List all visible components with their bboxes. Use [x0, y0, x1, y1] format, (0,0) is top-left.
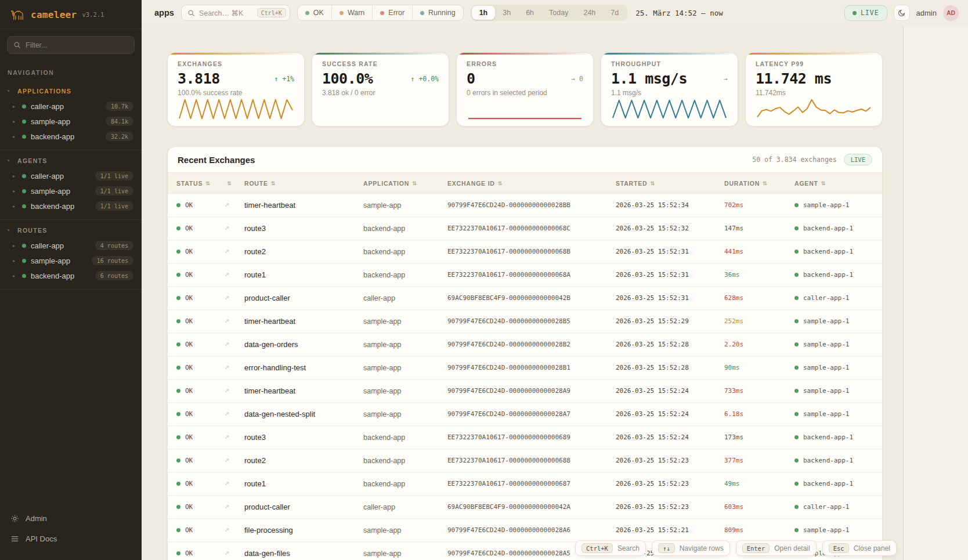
stat-card-errors[interactable]: ERRORS0→ 00 errors in selected period [456, 52, 594, 127]
sidebar-item-agents-backend-app[interactable]: ▸backend-app1/1 live [0, 198, 142, 214]
exchange-row[interactable]: OK↗timer-heartbeatsample-app90799F47E6CD… [168, 310, 882, 333]
footer-item-label: API Docs [26, 534, 57, 543]
trace-link-icon[interactable]: ↗ [224, 387, 229, 394]
app-version: v3.2.1 [82, 11, 104, 18]
stat-card-exchanges[interactable]: EXCHANGES3.818↑ +1%100.0% success rate [167, 52, 305, 127]
trace-link-icon[interactable]: ↗ [224, 271, 229, 278]
theme-toggle-button[interactable] [894, 5, 910, 21]
sidebar-item-applications-backend-app[interactable]: ▸backend-app32.2k [0, 129, 142, 144]
status-cell: OK [176, 248, 224, 255]
trace-link-icon[interactable]: ↗ [224, 317, 229, 324]
sort-icon: ⇅ [205, 180, 210, 186]
exchange-row[interactable]: OK↗data-gen-nested-splitsample-app90799F… [168, 403, 882, 426]
hint-kbd: Ctrl+K [581, 543, 613, 553]
range-button-3h[interactable]: 3h [495, 6, 518, 20]
status-text: OK [185, 271, 193, 279]
main-area: apps Search… ⌘K Ctrl+K OKWarnErrorRunnin… [142, 0, 968, 560]
column-header-route[interactable]: ROUTE⇅ [244, 180, 363, 187]
status-text: OK [185, 503, 193, 511]
exchange-row[interactable]: OK↗route3backend-appEE7322370A10617-0000… [168, 426, 882, 449]
app-logo[interactable]: cameleer v3.2.1 [0, 0, 142, 29]
column-header-status[interactable]: STATUS⇅ [176, 180, 224, 187]
column-header-application[interactable]: APPLICATION⇅ [363, 180, 447, 187]
trace-link-icon[interactable]: ↗ [224, 457, 229, 464]
column-header-trace[interactable]: ⇅ [224, 180, 244, 186]
application-cell: caller-app [363, 294, 447, 302]
trace-link-icon[interactable]: ↗ [224, 480, 229, 487]
exchange-row[interactable]: OK↗product-callercaller-app69AC90BF8EBC4… [168, 496, 882, 519]
exchange-row[interactable]: OK↗error-handling-testsample-app90799F47… [168, 356, 882, 380]
section-header-routes[interactable]: ▾ROUTES [0, 222, 142, 238]
trace-link-icon[interactable]: ↗ [224, 341, 229, 348]
trace-cell: ↗ [224, 550, 244, 557]
sidebar-item-routes-backend-app[interactable]: ▸backend-app6 routes [0, 268, 142, 283]
column-header-started[interactable]: STARTED⇅ [616, 180, 724, 187]
exchange-row[interactable]: OK↗route2backend-appEE7322370A10617-0000… [168, 449, 882, 472]
exchange-row[interactable]: OK↗timer-heartbeatsample-app90799F47E6CD… [168, 380, 882, 403]
route-cell: route2 [244, 456, 363, 465]
table-body: OK↗timer-heartbeatsample-app90799F47E6CD… [168, 194, 882, 560]
route-cell: error-handling-test [244, 363, 363, 372]
sidebar-item-routes-sample-app[interactable]: ▸sample-app16 routes [0, 253, 142, 268]
avatar[interactable]: AD [943, 5, 959, 21]
column-header-agent[interactable]: AGENT⇅ [794, 180, 873, 187]
trace-link-icon[interactable]: ↗ [224, 526, 229, 533]
exchange-id-cell: 90799F47E6CD24D-00000000000028B1 [447, 364, 616, 371]
exchange-row[interactable]: OK↗file-processingsample-app90799F47E6CD… [168, 519, 882, 542]
range-button-1h[interactable]: 1h [472, 6, 496, 20]
card-accent-bar [746, 53, 882, 55]
exchange-row[interactable]: OK↗route1backend-appEE7322370A10617-0000… [168, 263, 882, 287]
item-label: backend-app [31, 202, 74, 211]
exchange-row[interactable]: OK↗route1backend-appEE7322370A10617-0000… [168, 472, 882, 496]
stat-card-throughput[interactable]: THROUGHPUT1.1 msg/s→1.1 msg/s [601, 52, 738, 127]
column-header-exchange-id[interactable]: EXCHANGE ID⇅ [447, 180, 616, 187]
context-label: apps [154, 8, 174, 17]
footer-item-admin[interactable]: Admin [9, 510, 132, 527]
stat-card-success-rate[interactable]: SUCCESS RATE100.0%↑ +0.0%3.818 ok / 0 er… [312, 52, 449, 127]
sidebar-item-routes-caller-app[interactable]: ▸caller-app4 routes [0, 238, 142, 253]
exchange-row[interactable]: OK↗data-gen-orderssample-app90799F47E6CD… [168, 333, 882, 356]
sidebar-item-applications-sample-app[interactable]: ▸sample-app84.1k [0, 114, 142, 129]
range-button-24h[interactable]: 24h [576, 6, 603, 20]
live-toggle-button[interactable]: LIVE [844, 5, 887, 21]
trace-link-icon[interactable]: ↗ [224, 364, 229, 371]
column-header-duration[interactable]: DURATION⇅ [724, 180, 794, 187]
trace-link-icon[interactable]: ↗ [224, 294, 229, 301]
sidebar-filter-input[interactable]: Filter... [7, 36, 135, 54]
sidebar-item-agents-sample-app[interactable]: ▸sample-app1/1 live [0, 183, 142, 198]
trace-link-icon[interactable]: ↗ [224, 248, 229, 255]
section-header-agents[interactable]: ▾AGENTS [0, 153, 142, 168]
sidebar-item-agents-caller-app[interactable]: ▸caller-app1/1 live [0, 168, 142, 183]
status-filter-warn[interactable]: Warn [331, 5, 372, 20]
trace-link-icon[interactable]: ↗ [224, 201, 229, 208]
exchange-row[interactable]: OK↗route2backend-appEE7322370A10617-0000… [168, 240, 882, 263]
footer-item-api-docs[interactable]: API Docs [9, 530, 132, 547]
status-filter-error[interactable]: Error [372, 5, 412, 20]
sidebar-item-applications-caller-app[interactable]: ▸caller-app10.7k [0, 99, 142, 114]
trace-link-icon[interactable]: ↗ [224, 225, 229, 232]
section-header-applications[interactable]: ▾APPLICATIONS [0, 83, 142, 99]
trace-link-icon[interactable]: ↗ [224, 503, 229, 510]
trace-link-icon[interactable]: ↗ [224, 410, 229, 417]
exchange-row[interactable]: OK↗route3backend-appEE7322370A10617-0000… [168, 217, 882, 240]
trace-link-icon[interactable]: ↗ [224, 433, 229, 440]
time-range-text[interactable]: 25. März 14:52 — now [635, 9, 723, 17]
range-button-6h[interactable]: 6h [518, 6, 541, 20]
filter-search-icon [13, 41, 21, 49]
card-title: ERRORS [467, 60, 583, 67]
ok-status-dot [176, 203, 180, 207]
application-cell: caller-app [363, 503, 447, 511]
search-input[interactable]: Search… ⌘K Ctrl+K [181, 5, 290, 21]
stat-card-latency-p99[interactable]: LATENCY P9911.742 ms11.742ms [745, 52, 883, 127]
status-cell: OK [176, 433, 224, 441]
exchange-row[interactable]: OK↗timer-heartbeatsample-app90799F47E6CD… [168, 194, 882, 217]
status-dot [22, 120, 26, 124]
range-button-today[interactable]: Today [541, 6, 576, 20]
trace-link-icon[interactable]: ↗ [224, 550, 229, 557]
card-subtext: 1.1 msg/s [611, 89, 728, 97]
status-filter-ok[interactable]: OK [298, 5, 331, 20]
exchange-row[interactable]: OK↗product-callercaller-app69AC90BF8EBC4… [168, 287, 882, 310]
range-button-7d[interactable]: 7d [603, 6, 626, 20]
sidebar-footer: AdminAPI Docs [0, 504, 142, 560]
status-filter-running[interactable]: Running [412, 5, 463, 20]
